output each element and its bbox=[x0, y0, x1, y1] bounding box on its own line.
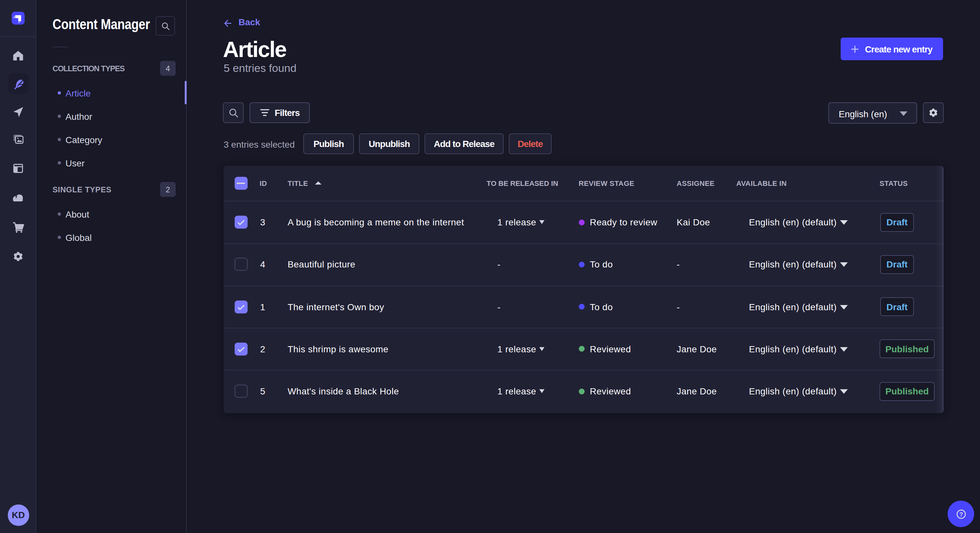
svg-text:?: ? bbox=[959, 511, 963, 517]
